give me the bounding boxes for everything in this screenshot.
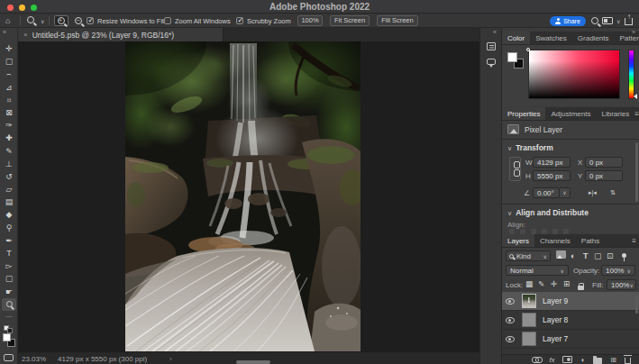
chevron-down-icon[interactable]: ∨ — [616, 18, 620, 24]
tab-channels[interactable]: Channels — [534, 234, 576, 247]
marquee-tool[interactable]: ▢ — [0, 55, 18, 68]
filter-smart-objects-icon[interactable]: ⊡ — [607, 250, 614, 261]
new-adjustment-layer-icon[interactable]: ◐ — [580, 356, 585, 364]
tab-layers[interactable]: Layers — [502, 234, 534, 247]
filter-shape-layers-icon[interactable]: ▢ — [594, 250, 602, 261]
brush-tool[interactable]: ✎ — [0, 145, 18, 158]
eyedropper-tool[interactable]: ✑ — [0, 119, 18, 132]
new-group-icon[interactable] — [593, 358, 602, 364]
lock-transparency-icon[interactable]: ▦ — [525, 279, 533, 288]
y-field[interactable]: 0 px — [585, 170, 623, 181]
comments-panel-icon[interactable] — [487, 59, 496, 65]
scrubby-zoom-checkbox[interactable] — [236, 17, 243, 24]
saturation-brightness-field[interactable] — [528, 50, 620, 99]
opacity-dropdown[interactable]: 100% ∨ — [601, 265, 635, 276]
layer-thumbnail[interactable] — [522, 332, 536, 346]
height-field[interactable]: 5550 px — [533, 170, 571, 181]
filter-toggle-icon[interactable] — [622, 253, 626, 258]
tab-adjustments[interactable]: Adjustments — [545, 107, 596, 120]
zoom-tool-selected[interactable] — [2, 298, 16, 311]
fill-dropdown[interactable]: 100% ∨ — [607, 279, 636, 290]
dodge-tool[interactable]: ⚲ — [0, 222, 18, 234]
default-colors-icon[interactable] — [4, 325, 13, 332]
add-layer-mask-icon[interactable] — [562, 356, 572, 363]
lasso-tool[interactable]: ⌢ — [0, 68, 18, 80]
align-section-header[interactable]: ∨Align and Distribute — [507, 208, 589, 217]
healing-brush-tool[interactable]: ✚ — [0, 132, 18, 144]
rotation-dropdown-icon[interactable]: ∨ — [560, 187, 571, 198]
fill-screen-button[interactable]: Fill Screen — [377, 15, 418, 26]
history-brush-tool[interactable]: ↺ — [0, 170, 18, 183]
panel-menu-icon[interactable]: ≡ — [632, 237, 639, 245]
foreground-color-swatch[interactable] — [3, 333, 11, 341]
type-tool[interactable]: T — [0, 247, 18, 259]
layer-name[interactable]: Layer 7 — [543, 334, 568, 343]
collapse-dock-icon[interactable]: « — [493, 29, 497, 35]
new-layer-icon[interactable]: ⊞ — [610, 356, 616, 364]
zoom-tool-icon[interactable] — [27, 16, 34, 25]
delete-layer-icon[interactable] — [625, 358, 631, 364]
layer-thumbnail[interactable] — [522, 294, 536, 308]
filter-type-layers-icon[interactable]: T — [583, 250, 589, 261]
lock-all-icon[interactable] — [578, 286, 584, 290]
transform-section-header[interactable]: ∨Transform — [507, 143, 553, 152]
visibility-eye-icon[interactable] — [506, 336, 515, 342]
gradient-tool[interactable]: ▤ — [0, 196, 18, 208]
tab-paths[interactable]: Paths — [576, 234, 605, 247]
blur-tool[interactable]: ◆ — [0, 208, 18, 221]
export-share-icon[interactable] — [625, 18, 633, 25]
link-dimensions-icon[interactable] — [509, 157, 521, 181]
status-zoom-level[interactable]: 23.03% — [22, 355, 46, 363]
tab-color[interactable]: Color — [502, 32, 530, 44]
share-button[interactable]: Share — [550, 16, 586, 26]
layers-scrollbar-thumb[interactable] — [635, 296, 638, 314]
zoom-100-button[interactable]: 100% — [297, 15, 323, 26]
layer-row[interactable]: Layer 7 — [502, 330, 639, 349]
layer-name[interactable]: Layer 8 — [543, 315, 568, 324]
canvas-image[interactable] — [125, 41, 361, 351]
layer-style-fx-icon[interactable]: fx — [550, 356, 555, 364]
tab-properties[interactable]: Properties — [502, 107, 545, 120]
filter-pixel-layers-icon[interactable] — [556, 250, 566, 261]
path-selection-tool[interactable]: ▻ — [0, 259, 18, 272]
horizontal-scrollbar-thumb[interactable] — [236, 360, 270, 364]
clone-stamp-tool[interactable]: ⊥ — [0, 158, 18, 170]
zoom-out-button[interactable] — [71, 15, 86, 26]
zoom-in-button[interactable] — [54, 15, 68, 26]
layer-thumbnail[interactable] — [522, 313, 536, 327]
flip-vertical-icon[interactable]: ⇅ — [610, 189, 616, 196]
x-field[interactable]: 0 px — [585, 157, 623, 168]
pen-tool[interactable]: ✒ — [0, 234, 18, 247]
eraser-tool[interactable]: ▱ — [0, 183, 18, 196]
zoom-all-windows-checkbox[interactable] — [164, 17, 171, 24]
chevron-down-icon[interactable]: ∨ — [41, 18, 44, 24]
screen-mode-toggle-icon[interactable] — [4, 354, 14, 361]
status-menu-chevron-icon[interactable]: › — [169, 355, 172, 363]
width-field[interactable]: 4129 px — [533, 157, 571, 168]
hue-slider-marker[interactable] — [634, 94, 637, 99]
object-selection-tool[interactable]: ⊿ — [0, 81, 18, 94]
move-tool[interactable]: ✛ — [0, 42, 18, 55]
search-icon[interactable] — [591, 17, 598, 26]
panel-menu-icon[interactable]: ≡ — [634, 110, 639, 118]
tab-libraries[interactable]: Libraries — [597, 107, 635, 120]
visibility-eye-icon[interactable] — [506, 317, 515, 323]
edit-toolbar-icon[interactable]: … — [0, 311, 18, 322]
home-icon[interactable]: ⌂ — [5, 16, 10, 25]
document-tab[interactable]: × Untitled-5.psb @ 23% (Layer 9, RGB/16*… — [18, 28, 224, 41]
tab-gradients[interactable]: Gradients — [572, 32, 615, 44]
layer-name[interactable]: Layer 9 — [543, 296, 568, 305]
hand-tool[interactable]: ☛ — [0, 286, 18, 298]
tab-swatches[interactable]: Swatches — [530, 32, 572, 44]
layer-row[interactable]: Layer 8 — [502, 311, 639, 330]
lock-artboard-icon[interactable]: ⊞ — [563, 279, 570, 288]
color-sample-marker[interactable] — [526, 48, 530, 51]
close-tab-icon[interactable]: × — [23, 31, 28, 39]
visibility-eye-icon[interactable] — [506, 298, 515, 305]
filter-adjustment-layers-icon[interactable]: ◐ — [571, 250, 575, 261]
crop-tool[interactable]: ⌗ — [0, 94, 18, 106]
properties-scrollbar-thumb[interactable] — [635, 142, 638, 202]
resize-windows-checkbox[interactable] — [87, 17, 94, 24]
rotation-field[interactable]: 0.00° — [533, 187, 560, 198]
toolbar-expand-icon[interactable]: » — [3, 29, 6, 35]
